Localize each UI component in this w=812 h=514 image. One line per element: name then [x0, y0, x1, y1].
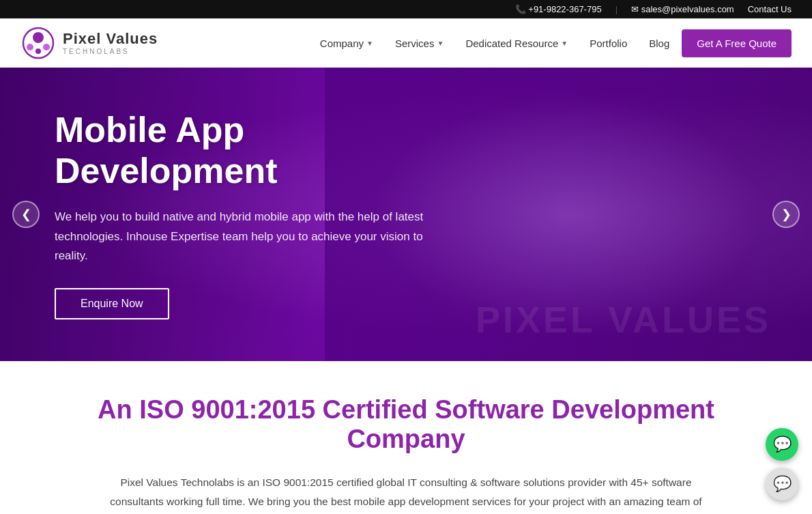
divider: | — [615, 4, 618, 14]
slider-next-button[interactable]: ❯ — [772, 201, 800, 228]
whatsapp-button[interactable]: 💬 — [766, 428, 798, 461]
hero-title: Mobile App Development — [55, 109, 437, 191]
nav-company[interactable]: Company ▼ — [310, 31, 383, 56]
email-link[interactable]: sales@pixelvalues.com — [641, 4, 734, 14]
top-bar: 📞 +91-9822-367-795 | ✉ sales@pixelvalues… — [0, 0, 812, 18]
nav-services[interactable]: Services ▼ — [386, 31, 453, 56]
enquire-now-button[interactable]: Enquire Now — [55, 288, 169, 319]
nav-blog[interactable]: Blog — [639, 31, 679, 56]
hero-section: Pixel Values ❮ Mobile App Development We… — [0, 68, 812, 361]
hero-watermark: Pixel Values — [476, 298, 771, 341]
svg-point-2 — [27, 44, 33, 51]
hero-content: Mobile App Development We help you to bu… — [0, 109, 491, 320]
chat-button[interactable]: 💬 — [766, 468, 798, 500]
slider-prev-button[interactable]: ❮ — [12, 201, 40, 228]
header: Pixel Values Technolabs Company ▼ Servic… — [0, 18, 812, 68]
phone-info: 📞 +91-9822-367-795 — [515, 4, 602, 14]
contact-us-link[interactable]: Contact Us — [748, 4, 792, 14]
iso-title: An ISO 9001:2015 Certified Software Deve… — [41, 395, 771, 454]
email-icon: ✉ — [631, 4, 639, 14]
chevron-down-icon: ▼ — [561, 40, 568, 47]
float-widgets: 💬 💬 — [766, 428, 798, 500]
iso-section: An ISO 9001:2015 Certified Software Deve… — [0, 361, 812, 514]
phone-number: +91-9822-367-795 — [528, 4, 601, 14]
hero-description: We help you to build native and hybrid m… — [55, 208, 437, 267]
svg-point-4 — [35, 48, 41, 54]
logo-text: Pixel Values Technolabs — [63, 30, 158, 56]
logo-area[interactable]: Pixel Values Technolabs — [20, 25, 158, 61]
brand-sub: Technolabs — [63, 48, 158, 56]
phone-icon: 📞 — [515, 4, 526, 14]
email-info: ✉ sales@pixelvalues.com — [631, 4, 734, 14]
chevron-down-icon: ▼ — [437, 40, 444, 47]
iso-description: Pixel Values Technolabs is an ISO 9001:2… — [99, 473, 713, 514]
nav-portfolio[interactable]: Portfolio — [580, 31, 637, 56]
svg-point-1 — [33, 32, 44, 43]
logo-icon — [20, 25, 56, 61]
main-nav: Company ▼ Services ▼ Dedicated Resource … — [310, 29, 792, 57]
nav-dedicated-resource[interactable]: Dedicated Resource ▼ — [456, 31, 577, 56]
get-free-quote-button[interactable]: Get A Free Quote — [682, 29, 792, 57]
svg-point-3 — [43, 44, 50, 51]
brand-name: Pixel Values — [63, 30, 158, 48]
chevron-down-icon: ▼ — [366, 40, 373, 47]
